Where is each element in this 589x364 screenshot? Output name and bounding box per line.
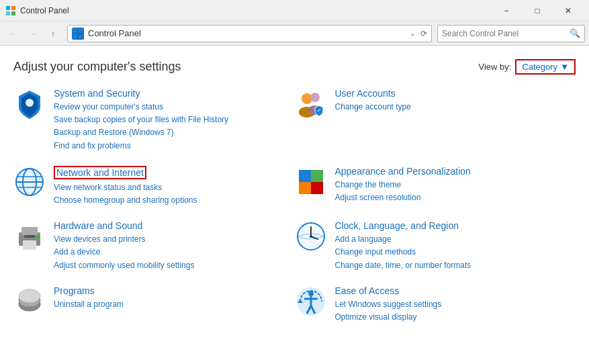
categories-grid: System and Security Review your computer… bbox=[13, 88, 576, 337]
clock-content: Clock, Language, and Region Add a langua… bbox=[335, 220, 576, 272]
hardware-title[interactable]: Hardware and Sound bbox=[54, 220, 295, 231]
network-content: Network and Internet View network status… bbox=[54, 166, 295, 207]
category-system-security: System and Security Review your computer… bbox=[13, 88, 295, 152]
network-title[interactable]: Network and Internet bbox=[54, 166, 146, 179]
titlebar: Control Panel − □ ✕ bbox=[0, 0, 589, 21]
svg-point-8 bbox=[26, 99, 34, 107]
address-dropdown-icon[interactable]: ⌄ bbox=[410, 30, 415, 37]
svg-rect-0 bbox=[6, 6, 10, 10]
system-security-link-4[interactable]: Find and fix problems bbox=[54, 140, 295, 152]
appearance-link-2[interactable]: Adjust screen resolution bbox=[335, 191, 576, 204]
ease-link-2[interactable]: Optimize visual display bbox=[335, 311, 576, 324]
minimize-button[interactable]: − bbox=[491, 0, 522, 21]
svg-point-34 bbox=[310, 235, 312, 238]
window-title: Control Panel bbox=[20, 6, 491, 15]
category-ease: Ease of Access Let Windows suggest setti… bbox=[295, 285, 576, 324]
user-accounts-icon: ✓ bbox=[295, 88, 327, 120]
address-icon bbox=[72, 28, 84, 40]
appearance-title[interactable]: Appearance and Personalization bbox=[335, 166, 576, 177]
network-icon bbox=[13, 166, 46, 198]
system-security-link-2[interactable]: Save backup copies of your files with Fi… bbox=[54, 113, 295, 126]
category-hardware: Hardware and Sound View devices and prin… bbox=[13, 220, 295, 272]
user-accounts-title[interactable]: User Accounts bbox=[335, 88, 576, 99]
svg-rect-4 bbox=[73, 28, 77, 33]
system-security-title[interactable]: System and Security bbox=[54, 88, 295, 99]
svg-rect-22 bbox=[311, 170, 323, 182]
viewby-control: View by: Category ▼ bbox=[478, 59, 576, 75]
viewby-value: Category bbox=[522, 62, 557, 72]
svg-rect-24 bbox=[311, 182, 323, 194]
viewby-label: View by: bbox=[478, 62, 511, 72]
hardware-link-1[interactable]: View devices and printers bbox=[54, 233, 295, 246]
page-title: Adjust your computer's settings bbox=[13, 60, 181, 74]
ease-link-1[interactable]: Let Windows suggest settings bbox=[335, 298, 576, 311]
hardware-content: Hardware and Sound View devices and prin… bbox=[54, 220, 295, 272]
programs-link-1[interactable]: Uninstall a program bbox=[54, 298, 295, 311]
svg-rect-5 bbox=[79, 28, 83, 33]
network-link-2[interactable]: Choose homegroup and sharing options bbox=[54, 194, 295, 207]
appearance-link-1[interactable]: Change the theme bbox=[335, 179, 576, 191]
category-user-accounts: ✓ User Accounts Change account type bbox=[295, 88, 576, 152]
hardware-link-3[interactable]: Adjust commonly used mobility settings bbox=[54, 259, 295, 272]
svg-point-11 bbox=[310, 93, 320, 102]
category-programs: Programs Uninstall a program bbox=[13, 285, 295, 324]
svg-point-29 bbox=[36, 236, 40, 240]
hardware-icon bbox=[13, 220, 46, 253]
search-input[interactable] bbox=[442, 29, 567, 38]
window-controls: − □ ✕ bbox=[491, 0, 584, 21]
viewby-dropdown[interactable]: Category ▼ bbox=[515, 59, 576, 75]
svg-rect-26 bbox=[21, 227, 38, 235]
user-accounts-link-1[interactable]: Change account type bbox=[335, 101, 576, 113]
svg-rect-1 bbox=[11, 6, 15, 10]
app-icon bbox=[5, 5, 16, 16]
svg-rect-28 bbox=[24, 235, 35, 238]
close-button[interactable]: ✕ bbox=[553, 0, 584, 21]
ease-icon bbox=[295, 285, 327, 318]
maximize-button[interactable]: □ bbox=[522, 0, 553, 21]
clock-title[interactable]: Clock, Language, and Region bbox=[335, 220, 576, 231]
system-security-content: System and Security Review your computer… bbox=[54, 88, 295, 152]
system-security-link-3[interactable]: Backup and Restore (Windows 7) bbox=[54, 126, 295, 139]
svg-point-19 bbox=[16, 169, 43, 195]
svg-text:✓: ✓ bbox=[316, 107, 321, 113]
programs-icon bbox=[13, 285, 46, 318]
programs-title[interactable]: Programs bbox=[54, 285, 295, 296]
address-bar[interactable]: Control Panel ⌄ ⟳ bbox=[67, 25, 432, 42]
clock-link-3[interactable]: Change date, time, or number formats bbox=[335, 259, 576, 272]
hardware-link-2[interactable]: Add a device bbox=[54, 246, 295, 259]
svg-rect-23 bbox=[299, 182, 311, 194]
clock-icon bbox=[295, 220, 327, 253]
appearance-icon bbox=[295, 166, 327, 198]
main-content: Adjust your computer's settings View by:… bbox=[0, 46, 589, 364]
category-clock: Clock, Language, and Region Add a langua… bbox=[295, 220, 576, 272]
ease-title[interactable]: Ease of Access bbox=[335, 285, 576, 296]
address-text: Control Panel bbox=[88, 28, 406, 38]
programs-content: Programs Uninstall a program bbox=[54, 285, 295, 311]
svg-rect-6 bbox=[73, 34, 77, 39]
clock-link-1[interactable]: Add a language bbox=[335, 233, 576, 246]
svg-rect-27 bbox=[23, 240, 36, 250]
system-security-link-1[interactable]: Review your computer's status bbox=[54, 101, 295, 113]
svg-rect-2 bbox=[6, 11, 10, 15]
main-header: Adjust your computer's settings View by:… bbox=[13, 59, 576, 75]
user-accounts-content: User Accounts Change account type bbox=[335, 88, 576, 113]
search-icon: 🔍 bbox=[570, 28, 580, 38]
forward-button[interactable]: → bbox=[24, 25, 42, 42]
clock-link-2[interactable]: Change input methods bbox=[335, 246, 576, 259]
search-box[interactable]: 🔍 bbox=[437, 25, 585, 42]
network-link-1[interactable]: View network status and tasks bbox=[54, 181, 295, 194]
back-button[interactable]: ← bbox=[4, 25, 21, 42]
refresh-button[interactable]: ⟳ bbox=[420, 29, 427, 38]
viewby-chevron-icon: ▼ bbox=[560, 62, 569, 72]
appearance-content: Appearance and Personalization Change th… bbox=[335, 166, 576, 204]
up-button[interactable]: ↑ bbox=[44, 25, 62, 42]
category-network: Network and Internet View network status… bbox=[13, 166, 295, 207]
category-appearance: Appearance and Personalization Change th… bbox=[295, 166, 576, 207]
ease-content: Ease of Access Let Windows suggest setti… bbox=[335, 285, 576, 324]
svg-point-38 bbox=[19, 289, 40, 303]
svg-rect-3 bbox=[11, 11, 15, 15]
navbar: ← → ↑ Control Panel ⌄ ⟳ 🔍 bbox=[0, 21, 589, 46]
svg-rect-21 bbox=[299, 170, 311, 182]
svg-rect-7 bbox=[79, 34, 83, 39]
system-security-icon bbox=[13, 88, 46, 120]
